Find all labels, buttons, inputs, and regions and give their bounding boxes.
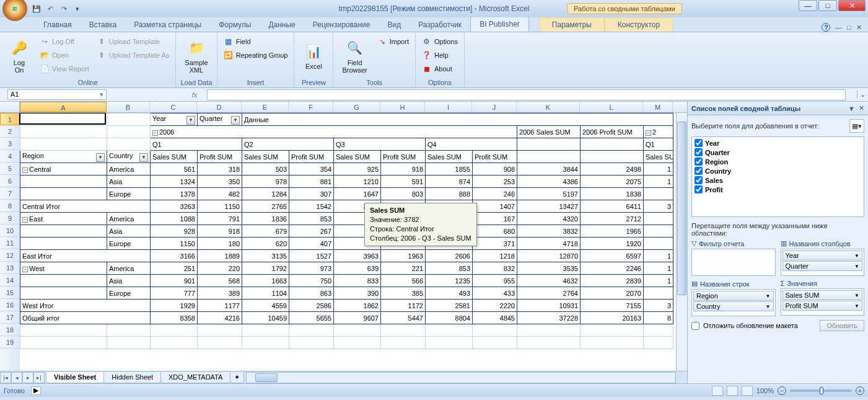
row-header-6[interactable]: 6: [0, 175, 20, 187]
ribbon-minimize-icon[interactable]: —: [835, 24, 842, 31]
field-checkbox-profit[interactable]: Profit: [693, 185, 862, 194]
ribbon-tab-home[interactable]: Главная: [35, 18, 81, 32]
column-header-F[interactable]: F: [289, 102, 333, 112]
ribbon-tab-review[interactable]: Рецензирование: [304, 18, 379, 32]
horizontal-scrollbar[interactable]: [246, 372, 676, 383]
zoom-slider[interactable]: [790, 389, 852, 392]
zoom-value[interactable]: 100%: [756, 387, 774, 394]
help-icon[interactable]: ?: [822, 23, 830, 32]
ribbon-close-icon[interactable]: ✕: [856, 24, 862, 32]
checkbox[interactable]: [695, 158, 703, 166]
excel-preview-button[interactable]: 📊 Excel: [298, 34, 329, 78]
column-header-H[interactable]: H: [380, 102, 425, 112]
checkbox[interactable]: [695, 176, 703, 184]
column-header-A[interactable]: A: [20, 102, 107, 112]
import-button[interactable]: ↘Import: [375, 35, 411, 48]
minimize-button[interactable]: —: [799, 0, 817, 11]
tab-nav-next-icon[interactable]: ▸: [22, 372, 33, 383]
about-button[interactable]: ◼About: [419, 63, 460, 75]
column-header-E[interactable]: E: [242, 102, 289, 112]
field-checkbox-region[interactable]: Region: [693, 157, 862, 166]
sheet-tab[interactable]: XDO_METADATA: [160, 372, 230, 383]
zone-item[interactable]: Profit SUM▼: [783, 301, 863, 311]
fx-icon[interactable]: fx: [182, 91, 207, 99]
qat-redo-icon[interactable]: ↷: [58, 3, 69, 14]
field-button[interactable]: ▦Field: [221, 35, 291, 48]
row-header-4[interactable]: 4: [0, 150, 20, 162]
sheet-tab[interactable]: Visible Sheet: [46, 372, 104, 383]
zone-item[interactable]: Region▼: [693, 291, 774, 301]
select-all-corner[interactable]: [0, 102, 20, 112]
ribbon-tab-formulas[interactable]: Формулы: [210, 18, 260, 32]
ribbon-tab-data[interactable]: Данные: [260, 18, 304, 32]
ribbon-restore-icon[interactable]: □: [847, 24, 851, 31]
checkbox[interactable]: [695, 185, 703, 193]
row-header-5[interactable]: 5: [0, 162, 20, 175]
row-header-14[interactable]: 14: [0, 274, 20, 287]
zone-item[interactable]: Sales SUM▼: [783, 290, 863, 300]
field-browser-button[interactable]: 🔍 Field Browser: [337, 34, 372, 78]
qat-customize-icon[interactable]: ▾: [72, 3, 83, 14]
field-list-dropdown-icon[interactable]: ▼: [848, 105, 855, 112]
options-button[interactable]: ⚙Options: [419, 35, 460, 48]
macro-record-icon[interactable]: ▶: [31, 386, 41, 395]
row-header-9[interactable]: 9: [0, 212, 20, 224]
field-checkbox-quarter[interactable]: Quarter: [693, 148, 862, 157]
qat-undo-icon[interactable]: ↶: [45, 3, 56, 14]
help-button[interactable]: ❓Help: [419, 49, 460, 61]
zone-cols-box[interactable]: Year▼Quarter▼: [781, 249, 865, 276]
row-header-18[interactable]: 18: [0, 324, 20, 336]
maximize-button[interactable]: □: [818, 0, 837, 11]
field-checkbox-country[interactable]: Country: [693, 166, 862, 176]
sample-xml-button[interactable]: 📁 Sample XML: [180, 34, 213, 78]
name-box[interactable]: A1▾: [7, 89, 107, 100]
column-header-I[interactable]: I: [425, 102, 472, 112]
logoff-button[interactable]: ↪Log Off: [37, 35, 92, 48]
field-checkbox-year[interactable]: Year: [693, 138, 862, 148]
column-header-L[interactable]: L: [580, 102, 643, 112]
formula-input[interactable]: [207, 89, 846, 100]
column-header-C[interactable]: C: [150, 102, 197, 112]
zone-item[interactable]: Quarter▼: [783, 261, 863, 271]
zone-item[interactable]: Year▼: [783, 251, 863, 260]
view-pagebreak-button[interactable]: [742, 386, 753, 396]
qat-save-icon[interactable]: 💾: [31, 3, 42, 14]
zone-vals-box[interactable]: Sales SUM▼Profit SUM▼: [781, 288, 865, 316]
column-header-D[interactable]: D: [197, 102, 242, 112]
sheet-tab[interactable]: Hidden Sheet: [103, 372, 161, 383]
row-header-10[interactable]: 10: [0, 224, 20, 237]
row-header-11[interactable]: 11: [0, 237, 20, 249]
checkbox[interactable]: [695, 139, 703, 147]
close-button[interactable]: ✕: [838, 0, 866, 11]
open-button[interactable]: 📂Open: [37, 49, 92, 61]
tab-nav-prev-icon[interactable]: ◂: [11, 372, 22, 383]
ribbon-tab-design[interactable]: Конструктор: [605, 17, 673, 32]
ribbon-tab-view[interactable]: Вид: [379, 18, 410, 32]
field-list-layout-button[interactable]: ▦▾: [849, 119, 864, 133]
ribbon-tab-options[interactable]: Параметры: [539, 17, 605, 32]
ribbon-tab-bipublisher[interactable]: BI Publisher: [470, 17, 529, 32]
column-header-B[interactable]: B: [107, 102, 150, 112]
update-button[interactable]: Обновить: [820, 320, 864, 331]
column-header-M[interactable]: M: [643, 102, 673, 112]
checkbox[interactable]: [695, 148, 703, 156]
row-header-1[interactable]: 1: [0, 113, 20, 125]
ribbon-tab-insert[interactable]: Вставка: [81, 18, 126, 32]
cells-grid[interactable]: Year▼Quarter▼Данные−20062006 Sales SUM20…: [20, 113, 676, 371]
column-header-J[interactable]: J: [472, 102, 517, 112]
row-header-3[interactable]: 3: [0, 138, 20, 150]
upload-template-as-button[interactable]: ⬆Upload Template As: [94, 49, 172, 61]
zone-item[interactable]: Country▼: [693, 301, 774, 311]
row-header-2[interactable]: 2: [0, 125, 20, 138]
logon-button[interactable]: 🔑 Log On: [4, 34, 35, 78]
row-header-15[interactable]: 15: [0, 287, 20, 299]
zoom-in-button[interactable]: +: [856, 386, 864, 395]
ribbon-tab-pagelayout[interactable]: Разметка страницы: [125, 18, 210, 32]
field-list-close-icon[interactable]: ✕: [859, 104, 864, 112]
zone-filter-box[interactable]: [691, 249, 776, 276]
row-header-17[interactable]: 17: [0, 311, 20, 324]
row-header-19[interactable]: 19: [0, 336, 20, 349]
tab-nav-last-icon[interactable]: ▸|: [33, 372, 45, 383]
zoom-out-button[interactable]: −: [778, 386, 786, 395]
column-header-K[interactable]: K: [517, 102, 580, 112]
